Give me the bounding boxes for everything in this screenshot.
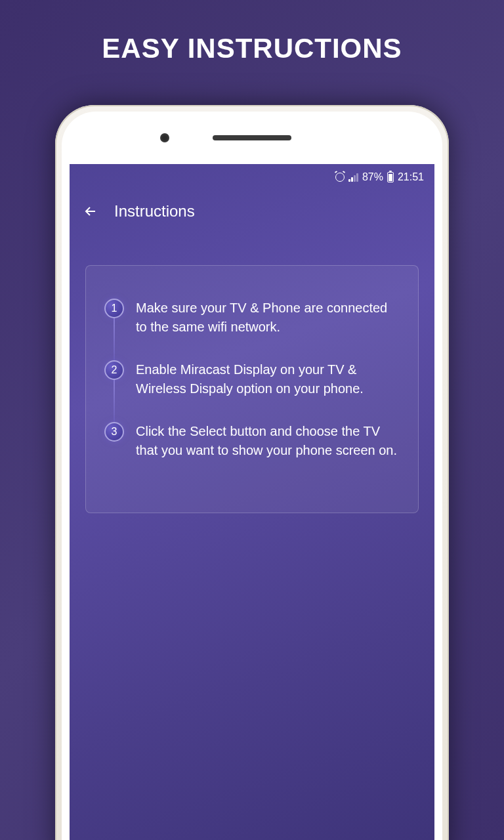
earpiece-speaker [213, 135, 291, 140]
step-number-badge: 2 [104, 360, 124, 380]
phone-screen: 87% 21:51 Instructions 1 Make sure [70, 164, 434, 840]
step-number-badge: 1 [104, 299, 124, 318]
instructions-card: 1 Make sure your TV & Phone are connecte… [85, 265, 419, 513]
battery-percentage: 87% [362, 171, 383, 183]
step-item: 1 Make sure your TV & Phone are connecte… [104, 299, 400, 337]
step-number-badge: 3 [104, 422, 124, 442]
front-camera [160, 133, 169, 142]
phone-frame: 87% 21:51 Instructions 1 Make sure [55, 105, 449, 840]
step-text: Make sure your TV & Phone are connected … [136, 299, 400, 337]
alarm-icon [335, 173, 345, 182]
steps-list: 1 Make sure your TV & Phone are connecte… [104, 299, 400, 460]
clock-time: 21:51 [398, 171, 424, 183]
step-item: 3 Click the Select button and choose the… [104, 422, 400, 460]
step-text: Enable Miracast Display on your TV & Wir… [136, 360, 400, 398]
signal-icon [348, 173, 358, 182]
screen-starfield [70, 164, 266, 262]
battery-icon [387, 172, 394, 182]
banner-title: EASY INSTRUCTIONS [0, 33, 504, 64]
phone-bezel-top [62, 112, 442, 164]
step-item: 2 Enable Miracast Display on your TV & W… [104, 360, 400, 398]
step-text: Click the Select button and choose the T… [136, 422, 400, 460]
